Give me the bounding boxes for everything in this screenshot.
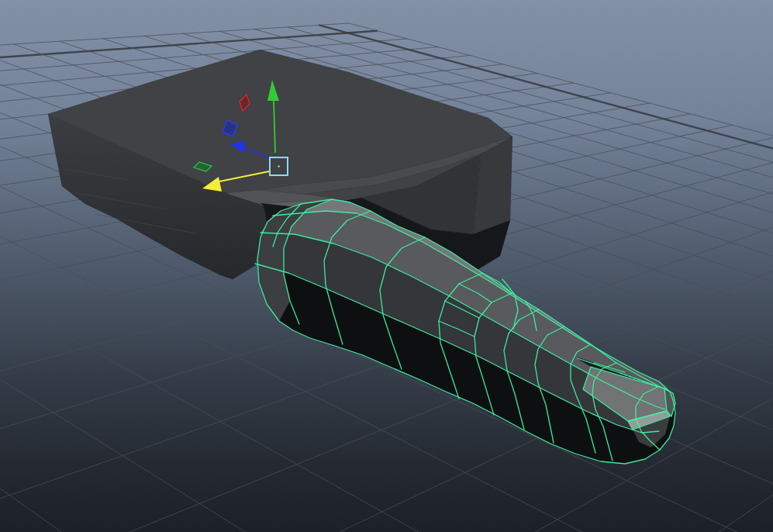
- pivot-point-dot: [278, 165, 279, 167]
- scene-canvas[interactable]: [0, 0, 773, 532]
- viewport-3d[interactable]: [0, 0, 773, 532]
